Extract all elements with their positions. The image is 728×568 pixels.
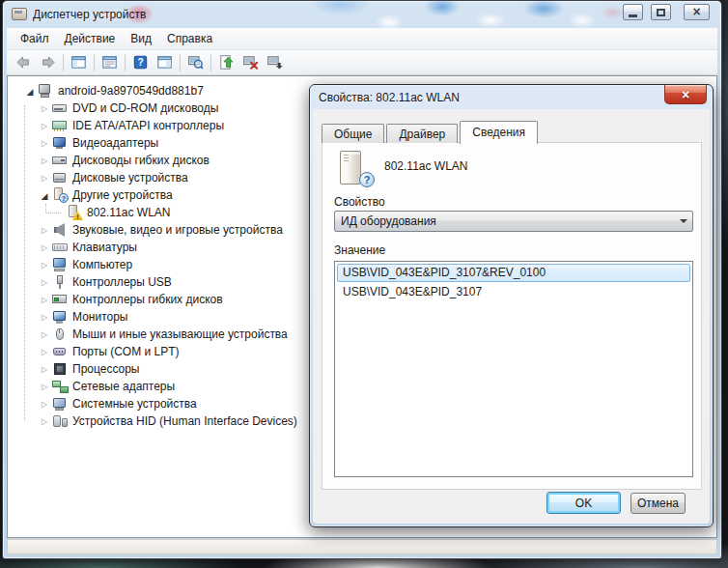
keyboard-icon [52,240,69,255]
device-tower-graphic [340,151,361,185]
tree-item-label: Сетевые адаптеры [69,380,175,393]
expander-collapsed-icon[interactable] [40,359,49,379]
property-dropdown[interactable]: ИД оборудования [334,211,693,232]
expander-collapsed-icon[interactable] [40,412,49,431]
hardware-id-item[interactable]: USB\VID_043E&PID_3107&REV_0100 [337,264,690,282]
value-label: Значение [334,243,385,257]
expander-collapsed-icon[interactable] [40,307,49,327]
tab-general[interactable]: Общие [322,124,384,143]
dropdown-arrow [680,219,687,223]
expander-expanded-icon[interactable] [25,82,35,100]
back-button[interactable] [12,52,36,73]
tree-item-label: 802.11ac WLAN [83,206,171,219]
dialog-title: Свойства: 802.11ac WLAN [319,91,460,104]
device-manager-icon [12,8,27,20]
tree-item-label: Порты (COM и LPT) [69,345,180,358]
unknown-device-icon [52,187,69,203]
tab-driver[interactable]: Драйвер [386,124,458,143]
expander-collapsed-icon[interactable] [40,394,49,413]
toolbar-separator [180,54,181,71]
ok-button[interactable]: OK [546,492,621,514]
toolbar [7,50,717,75]
expander-collapsed-icon[interactable] [40,255,49,274]
video-adapter-icon [52,135,69,151]
help-icon [132,54,149,71]
expander-collapsed-icon[interactable] [40,151,49,170]
properties-icon [101,54,118,71]
expander-collapsed-icon[interactable] [40,116,49,135]
expander-collapsed-icon[interactable] [40,377,49,396]
workstation-icon [38,83,54,99]
expander-collapsed-icon[interactable] [40,290,49,309]
unknown-device-icon [336,151,377,187]
expander-collapsed-icon[interactable] [40,133,49,153]
expander-collapsed-icon[interactable] [40,99,49,118]
close-button[interactable] [684,4,710,20]
status-bar [7,539,717,554]
maximize-button[interactable] [651,4,671,20]
uninstall-device-button[interactable] [238,52,263,73]
maximize-icon [657,9,665,16]
back-icon [15,54,32,71]
console-tree-icon [70,54,87,71]
properties-button[interactable] [98,52,122,73]
dialog-close-button[interactable] [664,85,707,104]
expander-collapsed-icon[interactable] [40,220,49,240]
expander-collapsed-icon[interactable] [40,272,49,292]
processor-icon [52,361,69,377]
monitor-icon [52,309,69,325]
forward-button[interactable] [36,52,60,73]
disable-device-icon [266,54,283,71]
minimize-button[interactable] [623,4,643,20]
ide-controller-icon [52,118,69,133]
expander-collapsed-icon[interactable] [40,168,49,187]
computer-icon [52,257,69,272]
tree-item-label: Дисковые устройства [69,171,188,185]
close-icon [692,6,700,18]
desktop: { "window": { "title": "Диспетчер устрой… [0,0,728,568]
properties-dialog: Свойства: 802.11ac WLAN ОбщиеДрайверСвед… [309,84,714,527]
ports-icon [52,344,69,359]
minimize-icon [629,14,637,17]
dvd-drive-icon [52,100,69,116]
chevron-down-icon[interactable] [675,213,691,230]
expander-collapsed-icon[interactable] [40,238,49,257]
value-list[interactable]: USB\VID_043E&PID_3107&REV_0100USB\VID_04… [334,261,693,477]
tree-guide-line [24,105,25,420]
menu-item-help[interactable]: Справка [159,30,220,48]
expander-expanded-icon[interactable] [40,186,49,205]
forward-icon [40,54,56,71]
update-driver-button[interactable] [214,52,238,73]
menu-item-action[interactable]: Действие [57,30,124,48]
scan-hardware-changes-icon [187,54,204,71]
tree-item-label: Дисководы гибких дисков [69,154,210,167]
disable-device-button[interactable] [263,52,287,73]
dialog-titlebar[interactable]: Свойства: 802.11ac WLAN [310,85,713,109]
action-pane-button[interactable] [153,52,177,73]
toolbar-separator [210,54,211,71]
menu-item-file[interactable]: Файл [13,30,57,48]
expander-collapsed-icon[interactable] [40,342,49,361]
menu-item-view[interactable]: Вид [123,30,159,48]
tree-item-label: IDE ATA/ATAPI контроллеры [69,119,224,132]
toolbar-separator [94,54,95,71]
action-pane-icon [156,54,173,71]
help-button[interactable] [128,52,153,73]
floppy-drive-icon [52,153,69,168]
mouse-icon [52,327,69,342]
unknown-warning-icon [67,205,83,220]
console-tree-button[interactable] [67,52,91,73]
cancel-button[interactable]: Отмена [630,493,686,514]
toolbar-separator [125,54,126,71]
scan-hardware-changes-button[interactable] [183,52,208,73]
window-titlebar[interactable]: Диспетчер устройств [3,1,721,28]
expander-collapsed-icon[interactable] [40,325,49,344]
dialog-body: ОбщиеДрайверСведения 802.11ac WLAN Свойс… [313,109,710,524]
system-device-icon [52,396,69,412]
tab-strip: ОбщиеДрайверСведения [322,120,540,143]
tree-item-label: Мониторы [69,310,127,324]
tree-item-label: Контроллеры гибких дисков [69,293,223,306]
tab-details[interactable]: Сведения [460,121,538,144]
hardware-id-item[interactable]: USB\VID_043E&PID_3107 [337,283,690,301]
tree-item-label: Системные устройства [69,397,197,411]
